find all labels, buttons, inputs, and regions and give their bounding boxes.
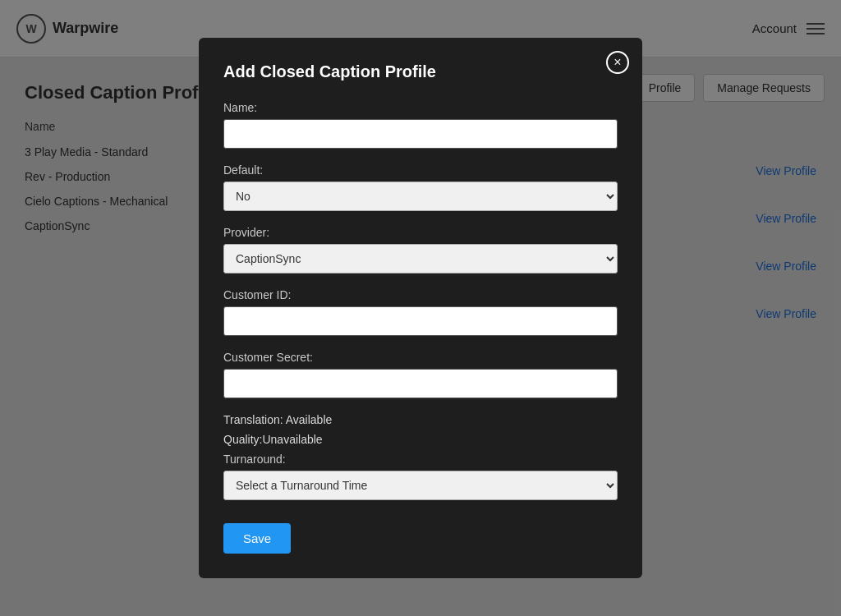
name-group: Name: [223,101,618,149]
close-button[interactable]: × [606,51,629,74]
modal: × Add Closed Caption Profile Name: Defau… [199,38,642,578]
default-select[interactable]: No Yes [223,182,618,211]
provider-select[interactable]: CaptionSync Rev 3Play Media Cielo Captio… [223,244,618,274]
provider-group: Provider: CaptionSync Rev 3Play Media Ci… [223,226,618,274]
customer-secret-group: Customer Secret: [223,351,618,398]
customer-id-label: Customer ID: [223,288,618,301]
turnaround-select[interactable]: Select a Turnaround Time Standard Rush S… [223,471,618,500]
turnaround-label: Turnaround: [223,453,618,466]
customer-id-group: Customer ID: [223,288,618,336]
save-button[interactable]: Save [223,523,291,554]
quality-info: Quality:Unavailable [223,433,618,446]
name-input[interactable] [223,119,618,149]
translation-info: Translation: Available [223,413,618,426]
provider-label: Provider: [223,226,618,239]
modal-title: Add Closed Caption Profile [223,62,618,81]
default-group: Default: No Yes [223,163,618,211]
name-label: Name: [223,101,618,114]
turnaround-group: Turnaround: Select a Turnaround Time Sta… [223,453,618,500]
customer-secret-label: Customer Secret: [223,351,618,364]
default-label: Default: [223,163,618,177]
customer-secret-input[interactable] [223,369,618,398]
customer-id-input[interactable] [223,306,618,336]
